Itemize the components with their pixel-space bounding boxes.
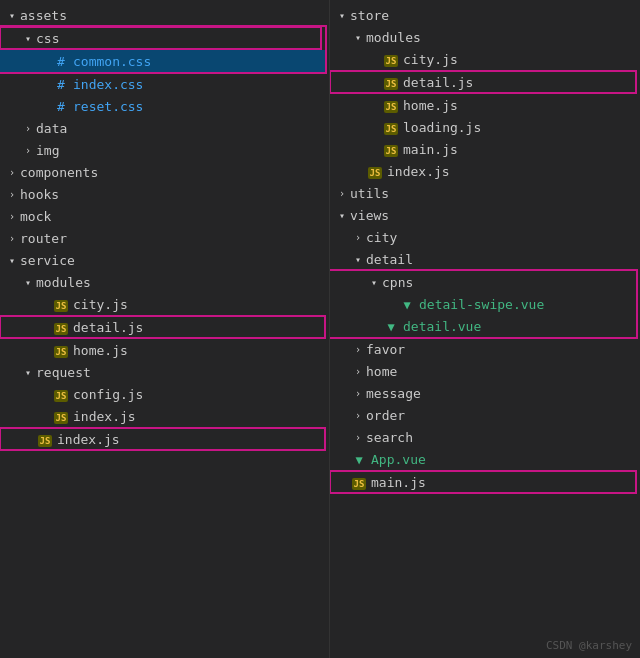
views-label: views xyxy=(350,208,632,223)
city-r-label: city xyxy=(366,230,632,245)
tree-item-modules-r[interactable]: ▾modules xyxy=(330,26,640,48)
js-icon: JS xyxy=(52,346,70,358)
home-arrow[interactable]: › xyxy=(350,366,366,377)
tree-item-home-js-l[interactable]: JShome.js xyxy=(0,339,329,361)
assets-arrow[interactable]: ▾ xyxy=(4,10,20,21)
tree-item-detail-r[interactable]: ▾detail xyxy=(330,248,640,270)
store-label: store xyxy=(350,8,632,23)
tree-item-index-js-r[interactable]: JSindex.js xyxy=(330,160,640,182)
tree-item-views[interactable]: ▾views xyxy=(330,204,640,226)
js-icon: JS xyxy=(366,167,384,179)
hooks-label: hooks xyxy=(20,187,321,202)
tree-item-detail-js-l[interactable]: JSdetail.js xyxy=(0,316,325,338)
detail-swipe-vue-label: detail-swipe.vue xyxy=(419,297,628,312)
detail-r-arrow[interactable]: ▾ xyxy=(350,254,366,265)
components-arrow[interactable]: › xyxy=(4,167,20,178)
tree-item-common-css[interactable]: #common.css xyxy=(0,50,325,72)
tree-item-city-js-r[interactable]: JScity.js xyxy=(330,48,640,70)
router-arrow[interactable]: › xyxy=(4,233,20,244)
tree-item-main-js-r[interactable]: JSmain.js xyxy=(330,138,640,160)
tree-item-modules-l[interactable]: ▾modules xyxy=(0,271,329,293)
js-icon: JS xyxy=(382,55,400,67)
tree-item-mock[interactable]: ›mock xyxy=(0,205,329,227)
tree-item-request[interactable]: ▾request xyxy=(0,361,329,383)
utils-label: utils xyxy=(350,186,632,201)
tree-item-detail-js-r[interactable]: JSdetail.js xyxy=(330,71,636,93)
home-js-l-label: home.js xyxy=(73,343,321,358)
search-label: search xyxy=(366,430,632,445)
js-icon: JS xyxy=(382,145,400,157)
city-js-l-label: city.js xyxy=(73,297,321,312)
assets-label: assets xyxy=(20,8,321,23)
css-label: css xyxy=(36,31,313,46)
detail-vue-label: detail.vue xyxy=(403,319,628,334)
tree-item-router[interactable]: ›router xyxy=(0,227,329,249)
tree-item-message[interactable]: ›message xyxy=(330,382,640,404)
request-label: request xyxy=(36,365,321,380)
tree-item-detail-swipe-vue[interactable]: ▼detail-swipe.vue xyxy=(330,293,636,315)
mock-arrow[interactable]: › xyxy=(4,211,20,222)
tree-item-city-js-l[interactable]: JScity.js xyxy=(0,293,329,315)
tree-item-data[interactable]: ›data xyxy=(0,117,329,139)
modules-r-label: modules xyxy=(366,30,632,45)
tree-item-index-js-l[interactable]: JSindex.js xyxy=(0,428,325,450)
js-icon: JS xyxy=(382,78,400,90)
store-arrow[interactable]: ▾ xyxy=(334,10,350,21)
cpns-arrow[interactable]: ▾ xyxy=(366,277,382,288)
service-label: service xyxy=(20,253,321,268)
tree-item-config-js[interactable]: JSconfig.js xyxy=(0,383,329,405)
favor-arrow[interactable]: › xyxy=(350,344,366,355)
js-icon: JS xyxy=(382,101,400,113)
right-file-tree[interactable]: ▾store▾modulesJScity.jsJSdetail.jsJShome… xyxy=(330,0,640,658)
tree-item-reset-css[interactable]: #reset.css xyxy=(0,95,329,117)
tree-item-detail-vue[interactable]: ▼detail.vue xyxy=(330,315,636,337)
search-arrow[interactable]: › xyxy=(350,432,366,443)
tree-item-loading-js[interactable]: JSloading.js xyxy=(330,116,640,138)
tree-item-main-js[interactable]: JSmain.js xyxy=(330,471,636,493)
tree-item-service[interactable]: ▾service xyxy=(0,249,329,271)
utils-arrow[interactable]: › xyxy=(334,188,350,199)
tree-item-home-js-r[interactable]: JShome.js xyxy=(330,94,640,116)
tree-item-utils[interactable]: ›utils xyxy=(330,182,640,204)
vue-icon: ▼ xyxy=(398,298,416,312)
tree-item-hooks[interactable]: ›hooks xyxy=(0,183,329,205)
tree-item-app-vue[interactable]: ▼App.vue xyxy=(330,448,640,470)
city-r-arrow[interactable]: › xyxy=(350,232,366,243)
tree-item-cpns[interactable]: ▾cpns xyxy=(330,271,636,293)
modules-l-arrow[interactable]: ▾ xyxy=(20,277,36,288)
service-arrow[interactable]: ▾ xyxy=(4,255,20,266)
js-icon: JS xyxy=(382,123,400,135)
js-icon: JS xyxy=(52,300,70,312)
data-arrow[interactable]: › xyxy=(20,123,36,134)
tree-item-home[interactable]: ›home xyxy=(330,360,640,382)
left-file-tree[interactable]: ▾assets▾css#common.css#index.css#reset.c… xyxy=(0,0,330,658)
img-arrow[interactable]: › xyxy=(20,145,36,156)
tree-item-city-r[interactable]: ›city xyxy=(330,226,640,248)
components-label: components xyxy=(20,165,321,180)
js-icon: JS xyxy=(36,435,54,447)
views-arrow[interactable]: ▾ xyxy=(334,210,350,221)
tree-item-index-js-req[interactable]: JSindex.js xyxy=(0,405,329,427)
js-icon: JS xyxy=(52,323,70,335)
tree-item-index-css[interactable]: #index.css xyxy=(0,73,329,95)
tree-item-favor[interactable]: ›favor xyxy=(330,338,640,360)
message-label: message xyxy=(366,386,632,401)
hooks-arrow[interactable]: › xyxy=(4,189,20,200)
tree-item-search[interactable]: ›search xyxy=(330,426,640,448)
tree-item-order[interactable]: ›order xyxy=(330,404,640,426)
message-arrow[interactable]: › xyxy=(350,388,366,399)
css-arrow[interactable]: ▾ xyxy=(20,33,36,44)
tree-item-components[interactable]: ›components xyxy=(0,161,329,183)
tree-item-img[interactable]: ›img xyxy=(0,139,329,161)
modules-r-arrow[interactable]: ▾ xyxy=(350,32,366,43)
mock-label: mock xyxy=(20,209,321,224)
order-label: order xyxy=(366,408,632,423)
tree-item-css[interactable]: ▾css xyxy=(0,27,321,49)
tree-item-assets[interactable]: ▾assets xyxy=(0,4,329,26)
request-arrow[interactable]: ▾ xyxy=(20,367,36,378)
tree-item-store[interactable]: ▾store xyxy=(330,4,640,26)
js-icon: JS xyxy=(52,390,70,402)
css-icon: # xyxy=(52,54,70,69)
order-arrow[interactable]: › xyxy=(350,410,366,421)
detail-r-label: detail xyxy=(366,252,632,267)
